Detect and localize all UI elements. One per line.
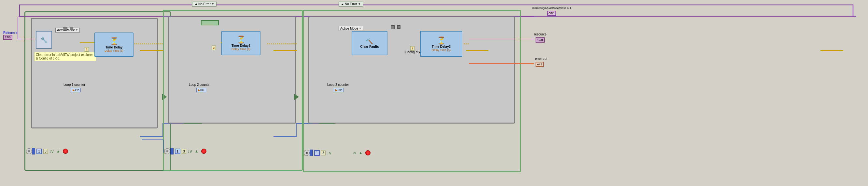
no-error-middle[interactable]: No Error (192, 2, 217, 6)
hourglass-icon2: ⏳ (237, 35, 246, 44)
loop3-const-1: 1 (314, 150, 320, 156)
loop1-counter-box: ▶I32 (71, 88, 81, 92)
loop2-const-1: 1 (175, 149, 181, 154)
loop1-stop-button[interactable] (63, 149, 68, 154)
error-out-label: error out (535, 57, 547, 61)
loop3-eq-op: = (304, 150, 310, 156)
canvas: Refnum in 17/0 Active Mode Clear error i… (0, 0, 868, 186)
loop3-stop-button[interactable] (365, 150, 371, 155)
loop3-jv-arrow: ↓v (327, 150, 332, 155)
loop2-stop-button[interactable] (201, 149, 207, 154)
loop2-constant2: 2 (212, 45, 216, 50)
loop3-counter-box: ▶I32 (334, 88, 343, 92)
loop1-instrument-icon: 🔧 (36, 31, 52, 49)
loop2-up-arrow: ▲ (195, 149, 198, 153)
loop1-up-arrow: ▲ (56, 149, 60, 153)
loop2-bottom-controls: 0 1 + 3 = ↓v ▲ (164, 148, 205, 154)
loop1-shift-reg-left (32, 148, 35, 154)
resource-label: resource (534, 33, 547, 36)
loop3-counter-label: Loop 3 counter (327, 83, 349, 86)
loop3-up-arrow: ▲ (359, 151, 363, 155)
nism-out-label: nismPluginAxisBaseClass out (532, 6, 571, 10)
error-out-box: e+1 (535, 62, 544, 67)
refnum-in-box: 17/0 (3, 35, 12, 40)
loop1-constant2: 2 (85, 47, 89, 52)
resource-box: 17/0 (535, 37, 545, 43)
loop1-node2 (70, 27, 73, 30)
loop3-node2 (397, 25, 400, 29)
clear-faults-icon: 🔨 (366, 38, 373, 45)
loop1-counter-label: Loop 1 counter (63, 83, 85, 86)
loop1-eq-op: = (26, 148, 32, 154)
loop3-bottom-controls: 0 1 + 3 = ↓v ↓v ▲ (304, 150, 369, 156)
loop1-time-delay-block: ⏳ Time Delay Delay Time (s) (94, 33, 133, 57)
loop1-const-1: 1 (36, 149, 42, 154)
open-vi-box (201, 20, 219, 25)
loop2-time-delay-block: ⏳ Time Delay2 Delay Time (s) (221, 31, 260, 55)
loop3-constant1: 1 (410, 46, 414, 51)
loop2-eq-op: = (164, 148, 170, 154)
loop1-node1 (63, 27, 67, 31)
clear-faults-block: 🔨 Clear Faults (352, 31, 388, 55)
loop3-shift-reg-left (310, 150, 313, 156)
loop2-jv-arrow: ↓v (188, 149, 192, 154)
loop2-const-3: 3 (182, 149, 186, 154)
hourglass-icon1: ⏳ (110, 37, 119, 45)
loop3-const-3: 3 (321, 151, 326, 155)
nism-out-box: OBJ (547, 11, 556, 16)
loop1-bottom-controls: 0 1 + 3 = ↓v ▲ (26, 148, 67, 154)
loop2-right-arrow (294, 94, 299, 100)
refnum-in-label: Refnum in (3, 31, 18, 34)
loop3-active-mode-dropdown[interactable]: Active Mode (339, 26, 363, 31)
loop1-comment-box: Clear error in LabVIEW project explorer … (34, 52, 96, 61)
loop2-shift-reg-left (170, 148, 174, 154)
loop2-counter-label: Loop 2 counter (189, 83, 211, 86)
loop1-const-3: 3 (43, 149, 48, 154)
loop3-gray-box (308, 16, 515, 123)
loop3-time-delay-block: ⏳ Time Delay3 Delay Time (s) (420, 31, 462, 57)
loop2-counter-box: ▶I32 (196, 88, 206, 92)
loop1-jv-arrow: ↓v (49, 149, 54, 154)
hourglass-icon3: ⏳ (437, 36, 446, 45)
loop3-jv-arrow2: ↓v (352, 151, 356, 155)
loop3-node1 (391, 25, 395, 29)
no-error-right[interactable]: No Error (339, 2, 363, 6)
loop1-active-mode-dropdown[interactable]: Active Mode (55, 28, 80, 33)
